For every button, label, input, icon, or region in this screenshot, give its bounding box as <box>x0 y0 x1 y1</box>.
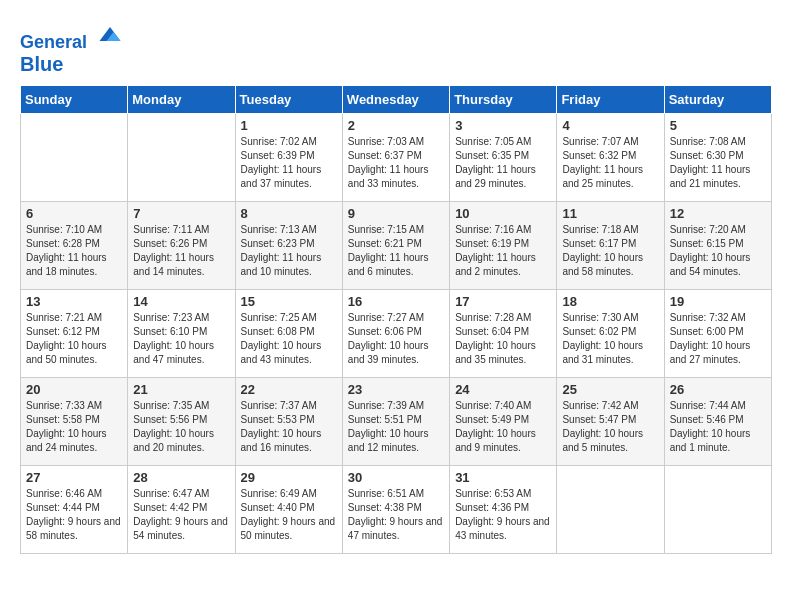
day-number: 24 <box>455 382 551 397</box>
cell-content: Sunrise: 6:53 AM Sunset: 4:36 PM Dayligh… <box>455 487 551 543</box>
logo-blue: Blue <box>20 53 124 75</box>
cell-content: Sunrise: 7:23 AM Sunset: 6:10 PM Dayligh… <box>133 311 229 367</box>
cell-content: Sunrise: 7:21 AM Sunset: 6:12 PM Dayligh… <box>26 311 122 367</box>
cell-content: Sunrise: 7:11 AM Sunset: 6:26 PM Dayligh… <box>133 223 229 279</box>
calendar-cell: 11Sunrise: 7:18 AM Sunset: 6:17 PM Dayli… <box>557 201 664 289</box>
cell-content: Sunrise: 7:39 AM Sunset: 5:51 PM Dayligh… <box>348 399 444 455</box>
day-number: 20 <box>26 382 122 397</box>
cell-content: Sunrise: 7:37 AM Sunset: 5:53 PM Dayligh… <box>241 399 337 455</box>
day-number: 6 <box>26 206 122 221</box>
day-of-week-header: Saturday <box>664 85 771 113</box>
day-number: 15 <box>241 294 337 309</box>
calendar-week-row: 27Sunrise: 6:46 AM Sunset: 4:44 PM Dayli… <box>21 465 772 553</box>
day-of-week-header: Sunday <box>21 85 128 113</box>
cell-content: Sunrise: 7:32 AM Sunset: 6:00 PM Dayligh… <box>670 311 766 367</box>
calendar-cell: 4Sunrise: 7:07 AM Sunset: 6:32 PM Daylig… <box>557 113 664 201</box>
calendar-week-row: 6Sunrise: 7:10 AM Sunset: 6:28 PM Daylig… <box>21 201 772 289</box>
calendar-cell: 9Sunrise: 7:15 AM Sunset: 6:21 PM Daylig… <box>342 201 449 289</box>
calendar-cell: 31Sunrise: 6:53 AM Sunset: 4:36 PM Dayli… <box>450 465 557 553</box>
day-number: 13 <box>26 294 122 309</box>
day-number: 31 <box>455 470 551 485</box>
calendar-cell: 30Sunrise: 6:51 AM Sunset: 4:38 PM Dayli… <box>342 465 449 553</box>
day-number: 12 <box>670 206 766 221</box>
calendar-cell: 16Sunrise: 7:27 AM Sunset: 6:06 PM Dayli… <box>342 289 449 377</box>
calendar-cell: 12Sunrise: 7:20 AM Sunset: 6:15 PM Dayli… <box>664 201 771 289</box>
day-of-week-header: Tuesday <box>235 85 342 113</box>
day-number: 23 <box>348 382 444 397</box>
day-of-week-header: Wednesday <box>342 85 449 113</box>
cell-content: Sunrise: 6:47 AM Sunset: 4:42 PM Dayligh… <box>133 487 229 543</box>
day-number: 9 <box>348 206 444 221</box>
cell-content: Sunrise: 7:30 AM Sunset: 6:02 PM Dayligh… <box>562 311 658 367</box>
day-number: 18 <box>562 294 658 309</box>
day-of-week-header: Friday <box>557 85 664 113</box>
calendar-cell: 24Sunrise: 7:40 AM Sunset: 5:49 PM Dayli… <box>450 377 557 465</box>
day-number: 26 <box>670 382 766 397</box>
calendar-cell: 1Sunrise: 7:02 AM Sunset: 6:39 PM Daylig… <box>235 113 342 201</box>
day-number: 16 <box>348 294 444 309</box>
day-number: 21 <box>133 382 229 397</box>
calendar-week-row: 20Sunrise: 7:33 AM Sunset: 5:58 PM Dayli… <box>21 377 772 465</box>
logo: General Blue <box>20 20 124 75</box>
cell-content: Sunrise: 7:35 AM Sunset: 5:56 PM Dayligh… <box>133 399 229 455</box>
calendar-cell <box>664 465 771 553</box>
calendar-cell: 21Sunrise: 7:35 AM Sunset: 5:56 PM Dayli… <box>128 377 235 465</box>
day-number: 14 <box>133 294 229 309</box>
cell-content: Sunrise: 7:08 AM Sunset: 6:30 PM Dayligh… <box>670 135 766 191</box>
cell-content: Sunrise: 6:49 AM Sunset: 4:40 PM Dayligh… <box>241 487 337 543</box>
day-number: 8 <box>241 206 337 221</box>
cell-content: Sunrise: 7:25 AM Sunset: 6:08 PM Dayligh… <box>241 311 337 367</box>
cell-content: Sunrise: 7:18 AM Sunset: 6:17 PM Dayligh… <box>562 223 658 279</box>
calendar-cell: 18Sunrise: 7:30 AM Sunset: 6:02 PM Dayli… <box>557 289 664 377</box>
calendar-cell: 13Sunrise: 7:21 AM Sunset: 6:12 PM Dayli… <box>21 289 128 377</box>
cell-content: Sunrise: 6:51 AM Sunset: 4:38 PM Dayligh… <box>348 487 444 543</box>
day-number: 3 <box>455 118 551 133</box>
day-number: 28 <box>133 470 229 485</box>
day-number: 25 <box>562 382 658 397</box>
calendar-cell: 3Sunrise: 7:05 AM Sunset: 6:35 PM Daylig… <box>450 113 557 201</box>
cell-content: Sunrise: 6:46 AM Sunset: 4:44 PM Dayligh… <box>26 487 122 543</box>
cell-content: Sunrise: 7:27 AM Sunset: 6:06 PM Dayligh… <box>348 311 444 367</box>
calendar-cell: 15Sunrise: 7:25 AM Sunset: 6:08 PM Dayli… <box>235 289 342 377</box>
cell-content: Sunrise: 7:44 AM Sunset: 5:46 PM Dayligh… <box>670 399 766 455</box>
cell-content: Sunrise: 7:28 AM Sunset: 6:04 PM Dayligh… <box>455 311 551 367</box>
cell-content: Sunrise: 7:13 AM Sunset: 6:23 PM Dayligh… <box>241 223 337 279</box>
cell-content: Sunrise: 7:40 AM Sunset: 5:49 PM Dayligh… <box>455 399 551 455</box>
logo-icon <box>96 20 124 48</box>
calendar-cell: 2Sunrise: 7:03 AM Sunset: 6:37 PM Daylig… <box>342 113 449 201</box>
calendar-cell: 19Sunrise: 7:32 AM Sunset: 6:00 PM Dayli… <box>664 289 771 377</box>
calendar-cell: 8Sunrise: 7:13 AM Sunset: 6:23 PM Daylig… <box>235 201 342 289</box>
day-number: 2 <box>348 118 444 133</box>
calendar-cell <box>21 113 128 201</box>
day-of-week-header: Thursday <box>450 85 557 113</box>
day-number: 7 <box>133 206 229 221</box>
day-number: 22 <box>241 382 337 397</box>
cell-content: Sunrise: 7:05 AM Sunset: 6:35 PM Dayligh… <box>455 135 551 191</box>
cell-content: Sunrise: 7:33 AM Sunset: 5:58 PM Dayligh… <box>26 399 122 455</box>
day-number: 4 <box>562 118 658 133</box>
calendar-week-row: 1Sunrise: 7:02 AM Sunset: 6:39 PM Daylig… <box>21 113 772 201</box>
calendar-cell: 7Sunrise: 7:11 AM Sunset: 6:26 PM Daylig… <box>128 201 235 289</box>
cell-content: Sunrise: 7:02 AM Sunset: 6:39 PM Dayligh… <box>241 135 337 191</box>
calendar-week-row: 13Sunrise: 7:21 AM Sunset: 6:12 PM Dayli… <box>21 289 772 377</box>
cell-content: Sunrise: 7:42 AM Sunset: 5:47 PM Dayligh… <box>562 399 658 455</box>
cell-content: Sunrise: 7:16 AM Sunset: 6:19 PM Dayligh… <box>455 223 551 279</box>
calendar-header-row: SundayMondayTuesdayWednesdayThursdayFrid… <box>21 85 772 113</box>
day-number: 1 <box>241 118 337 133</box>
day-number: 17 <box>455 294 551 309</box>
day-number: 10 <box>455 206 551 221</box>
day-number: 29 <box>241 470 337 485</box>
day-number: 5 <box>670 118 766 133</box>
day-of-week-header: Monday <box>128 85 235 113</box>
calendar-cell: 6Sunrise: 7:10 AM Sunset: 6:28 PM Daylig… <box>21 201 128 289</box>
calendar-cell: 5Sunrise: 7:08 AM Sunset: 6:30 PM Daylig… <box>664 113 771 201</box>
calendar-cell: 25Sunrise: 7:42 AM Sunset: 5:47 PM Dayli… <box>557 377 664 465</box>
day-number: 27 <box>26 470 122 485</box>
calendar-cell: 22Sunrise: 7:37 AM Sunset: 5:53 PM Dayli… <box>235 377 342 465</box>
calendar-cell <box>128 113 235 201</box>
cell-content: Sunrise: 7:15 AM Sunset: 6:21 PM Dayligh… <box>348 223 444 279</box>
calendar-cell: 17Sunrise: 7:28 AM Sunset: 6:04 PM Dayli… <box>450 289 557 377</box>
calendar-cell: 29Sunrise: 6:49 AM Sunset: 4:40 PM Dayli… <box>235 465 342 553</box>
cell-content: Sunrise: 7:10 AM Sunset: 6:28 PM Dayligh… <box>26 223 122 279</box>
calendar-table: SundayMondayTuesdayWednesdayThursdayFrid… <box>20 85 772 554</box>
